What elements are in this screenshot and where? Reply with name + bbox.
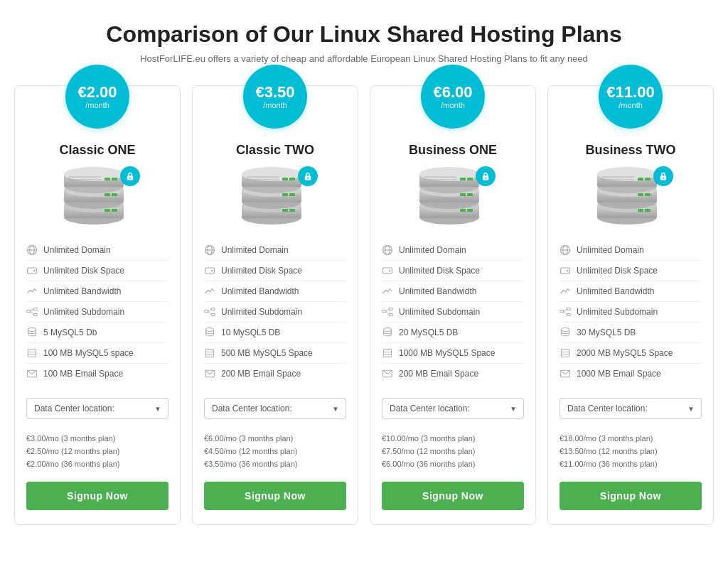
pricing-tier: €3.50/mo (36 months plan) bbox=[204, 458, 346, 470]
signup-button-classic-one[interactable]: Signup Now bbox=[26, 482, 168, 510]
svg-line-63 bbox=[208, 309, 212, 311]
svg-rect-25 bbox=[27, 310, 31, 313]
feature-text: 10 MySQL5 DB bbox=[221, 328, 280, 337]
feature-item: Unlimited Disk Space bbox=[204, 261, 346, 281]
signup-button-classic-two[interactable]: Signup Now bbox=[204, 482, 346, 510]
feature-item: 200 MB Email Space bbox=[204, 364, 346, 384]
feature-item: Unlimited Domain bbox=[382, 240, 524, 261]
feature-text: Unlimited Subdomain bbox=[43, 307, 124, 317]
feature-icon-5 bbox=[204, 347, 215, 359]
feature-item: Unlimited Bandwidth bbox=[382, 281, 524, 302]
svg-line-29 bbox=[31, 311, 34, 315]
feature-icon-3 bbox=[382, 306, 393, 318]
svg-rect-13 bbox=[105, 178, 110, 180]
feature-text: Unlimited Disk Space bbox=[221, 266, 302, 276]
server-image-business-two bbox=[588, 166, 673, 230]
svg-rect-131 bbox=[567, 308, 570, 310]
plan-card-business-two: €11.00/monthBusiness TWO bbox=[547, 85, 714, 525]
feature-text: Unlimited Subdomain bbox=[577, 307, 658, 317]
page-title: Comparison of Our Linux Shared Hosting P… bbox=[14, 21, 714, 48]
feature-icon-0 bbox=[382, 244, 393, 256]
datacenter-select-classic-one[interactable]: Data Center location: bbox=[26, 398, 168, 419]
lock-badge-classic-one bbox=[120, 166, 140, 186]
feature-icon-6 bbox=[26, 368, 38, 379]
price-amount: €11.00 bbox=[606, 84, 654, 101]
svg-line-64 bbox=[208, 311, 212, 315]
signup-button-business-one[interactable]: Signup Now bbox=[382, 482, 524, 510]
svg-rect-96 bbox=[389, 308, 392, 310]
price-amount: €3.50 bbox=[255, 84, 294, 101]
svg-rect-109 bbox=[645, 209, 651, 212]
svg-rect-97 bbox=[389, 313, 392, 315]
feature-text: Unlimited Bandwidth bbox=[43, 286, 121, 296]
svg-point-59 bbox=[211, 270, 213, 271]
price-amount: €6.00 bbox=[433, 84, 472, 101]
datacenter-select-wrapper-business-two: Data Center location:▼ bbox=[560, 398, 702, 419]
datacenter-select-business-one[interactable]: Data Center location: bbox=[382, 398, 524, 419]
feature-text: Unlimited Domain bbox=[399, 245, 466, 255]
feature-text: 20 MySQL5 DB bbox=[399, 328, 458, 337]
pricing-tier: €18.00/mo (3 months plan) bbox=[560, 432, 702, 445]
datacenter-select-wrapper-classic-two: Data Center location:▼ bbox=[204, 398, 346, 419]
feature-text: 5 MySQL5 Db bbox=[43, 328, 97, 337]
feature-item: 20 MySQL5 DB bbox=[382, 323, 524, 343]
price-period: /month bbox=[85, 101, 109, 109]
pricing-tier: €13.50/mo (12 months plan) bbox=[560, 445, 702, 458]
feature-item: 500 MB MySQL5 Space bbox=[204, 343, 346, 364]
svg-point-89 bbox=[485, 178, 486, 179]
plan-name-business-two: Business TWO bbox=[585, 143, 675, 158]
svg-rect-74 bbox=[467, 209, 473, 212]
price-badge-business-two: €11.00/month bbox=[599, 65, 663, 129]
svg-rect-14 bbox=[112, 178, 117, 180]
svg-rect-8 bbox=[105, 193, 110, 196]
features-list-business-two: Unlimited DomainUnlimited Disk SpaceUnli… bbox=[548, 240, 713, 384]
pricing-tier: €4.50/mo (12 months plan) bbox=[204, 445, 346, 458]
price-period: /month bbox=[619, 101, 643, 109]
svg-rect-113 bbox=[638, 193, 643, 196]
feature-icon-2 bbox=[382, 286, 393, 297]
feature-text: Unlimited Disk Space bbox=[43, 266, 124, 276]
signup-button-business-two[interactable]: Signup Now bbox=[560, 482, 702, 510]
datacenter-select-classic-two[interactable]: Data Center location: bbox=[204, 398, 346, 419]
svg-point-30 bbox=[28, 328, 36, 332]
feature-icon-5 bbox=[560, 347, 571, 359]
svg-point-65 bbox=[205, 328, 213, 332]
lock-badge-business-two bbox=[653, 166, 673, 186]
svg-line-98 bbox=[386, 309, 390, 311]
svg-rect-108 bbox=[638, 209, 643, 212]
feature-item: Unlimited Domain bbox=[26, 240, 168, 261]
feature-text: 1000 MB MySQL5 Space bbox=[399, 348, 495, 358]
feature-item: 10 MySQL5 DB bbox=[204, 323, 346, 343]
svg-rect-78 bbox=[460, 193, 466, 196]
svg-rect-9 bbox=[112, 193, 117, 196]
feature-icon-2 bbox=[204, 286, 215, 297]
server-image-business-one bbox=[410, 166, 496, 230]
feature-icon-2 bbox=[26, 286, 38, 297]
svg-rect-61 bbox=[211, 308, 215, 310]
svg-point-54 bbox=[307, 178, 309, 179]
feature-icon-4 bbox=[382, 327, 393, 338]
features-list-classic-one: Unlimited DomainUnlimited Disk SpaceUnli… bbox=[15, 240, 180, 384]
svg-rect-43 bbox=[282, 193, 288, 196]
feature-icon-3 bbox=[26, 306, 38, 318]
server-image-classic-one bbox=[55, 166, 140, 230]
svg-rect-132 bbox=[567, 313, 570, 315]
svg-rect-44 bbox=[289, 193, 295, 196]
svg-rect-48 bbox=[282, 178, 288, 180]
feature-icon-6 bbox=[382, 368, 393, 379]
svg-line-99 bbox=[386, 311, 390, 315]
svg-rect-114 bbox=[645, 193, 651, 196]
pricing-tier: €10.00/mo (3 months plan) bbox=[382, 432, 524, 445]
feature-item: Unlimited Domain bbox=[204, 240, 346, 261]
svg-rect-31 bbox=[28, 349, 36, 357]
svg-rect-79 bbox=[467, 193, 473, 196]
price-period: /month bbox=[263, 101, 287, 109]
svg-rect-101 bbox=[383, 349, 391, 357]
datacenter-select-wrapper-business-one: Data Center location:▼ bbox=[382, 398, 524, 419]
svg-rect-38 bbox=[282, 209, 288, 212]
feature-icon-1 bbox=[560, 265, 571, 276]
plan-name-classic-one: Classic ONE bbox=[59, 143, 135, 158]
datacenter-select-business-two[interactable]: Data Center location: bbox=[560, 398, 702, 419]
svg-line-133 bbox=[564, 309, 567, 311]
feature-text: Unlimited Bandwidth bbox=[221, 286, 299, 296]
